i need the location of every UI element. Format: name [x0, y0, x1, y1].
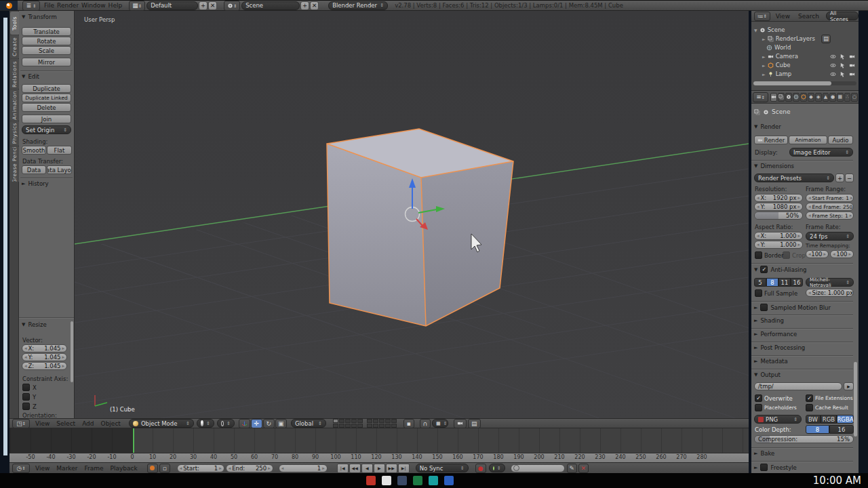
autokey-record-icon[interactable]	[147, 464, 158, 473]
manipulator-toggle-icon[interactable]	[239, 419, 250, 428]
previous-keyframe-button[interactable]: ◀◀	[349, 464, 361, 473]
cache-result-row[interactable]: Cache Result	[806, 404, 848, 411]
render-presets-select[interactable]: Render Presets⇕	[754, 174, 834, 182]
editor-type-outliner-icon[interactable]: ≔⇕	[754, 12, 770, 21]
tab-physics[interactable]: Physics	[10, 121, 19, 146]
layer-toggle[interactable]	[333, 424, 338, 428]
properties-scrollbar[interactable]	[854, 362, 857, 436]
tab-object-data[interactable]: ▲	[823, 93, 829, 102]
cube-object[interactable]	[327, 129, 513, 326]
current-frame-indicator[interactable]	[133, 428, 134, 453]
taskbar-app-icon-white[interactable]	[382, 476, 391, 485]
snap-magnet-icon[interactable]: ∩	[420, 419, 431, 428]
tab-object[interactable]	[800, 93, 807, 102]
constraint-x-checkbox[interactable]	[22, 384, 30, 391]
menu-render[interactable]: Render	[56, 0, 80, 11]
timeline-tracks[interactable]	[9, 428, 749, 453]
selectability-cursor-icon[interactable]	[840, 71, 846, 77]
search-filter-input[interactable]	[511, 464, 565, 472]
layer-toggle[interactable]	[351, 424, 357, 428]
freestyle-checkbox[interactable]	[760, 464, 768, 471]
delete-scene-button[interactable]: ✕	[310, 1, 319, 10]
layer-toggle[interactable]	[351, 419, 357, 423]
opengl-render-anim-icon[interactable]: ▤	[468, 419, 481, 428]
snap-element-select[interactable]: ▦⇕	[432, 419, 448, 428]
layer-toggle[interactable]	[339, 424, 344, 428]
layer-toggle[interactable]	[367, 424, 372, 428]
timeline-frame-menu[interactable]: Frame	[83, 463, 104, 474]
aa-samples-8[interactable]: 8	[766, 278, 778, 287]
border-checkbox[interactable]	[755, 251, 762, 259]
outliner-filter-select[interactable]: All Scenes	[826, 12, 859, 20]
join-button[interactable]: Join	[22, 115, 71, 123]
edit-filter-icon[interactable]: ✎	[567, 464, 577, 473]
data-button[interactable]: Data	[22, 165, 46, 174]
menu-file[interactable]: File	[43, 0, 56, 11]
editor-type-timeline-icon[interactable]: ◷⇕	[12, 464, 30, 473]
channels-bw-button[interactable]: BW	[806, 415, 821, 424]
pivot-select[interactable]: ⇕	[217, 419, 235, 428]
viewport-shading-select[interactable]: ⇕	[197, 419, 214, 428]
transform-orientation-select[interactable]: Global⇕	[291, 419, 326, 428]
keying-set-select[interactable]: ⇕	[489, 464, 505, 472]
layer-toggle[interactable]	[379, 424, 384, 428]
layer-toggle[interactable]	[339, 419, 344, 423]
render-animation-button[interactable]: Animation	[789, 136, 827, 144]
remap-old-field[interactable]: ◂100▸	[806, 250, 829, 258]
aa-samples-11[interactable]: 11	[778, 278, 791, 287]
outliner-item-camera[interactable]: ►Camera	[762, 52, 798, 60]
antialiasing-checkbox[interactable]: ✓	[760, 266, 768, 273]
tab-render-layers[interactable]	[778, 93, 785, 102]
tab-grease-pencil[interactable]: Grease Pencil	[10, 146, 19, 182]
jump-to-start-button[interactable]: |◀	[337, 464, 349, 473]
select-menu[interactable]: Select	[55, 418, 77, 429]
color-depth-16-button[interactable]: 16	[829, 425, 854, 434]
layer-toggle[interactable]	[357, 424, 363, 428]
cache-result-checkbox[interactable]	[806, 404, 813, 411]
timeline-view-menu[interactable]: View	[34, 463, 51, 474]
duplicate-button[interactable]: Duplicate	[22, 84, 71, 93]
outliner-item-lamp[interactable]: ►Lamp	[762, 70, 791, 78]
tab-render[interactable]	[770, 93, 777, 102]
layer-toggle[interactable]	[379, 419, 384, 423]
outliner-hscrollbar[interactable]	[753, 81, 856, 85]
translate-manipulator-icon[interactable]: ✛	[251, 419, 262, 428]
layer-toggle[interactable]	[385, 424, 391, 428]
display-mode-select[interactable]: Image Editor⇕	[789, 148, 853, 157]
panel-resize-header[interactable]: ▼Resize	[22, 321, 47, 328]
outliner-item-scene[interactable]: ▼Scene	[754, 26, 785, 34]
tab-world[interactable]	[793, 93, 800, 102]
jump-to-end-button[interactable]: ▶|	[398, 464, 410, 473]
taskbar-app-icon-red[interactable]	[366, 476, 376, 485]
record-button[interactable]: ●	[475, 464, 486, 473]
timeline-ruler[interactable]: -50-40-30-20-100102030405060708090100110…	[9, 453, 749, 463]
visibility-eye-icon[interactable]	[830, 54, 836, 60]
outliner-search-menu[interactable]: Search	[797, 11, 821, 22]
border-row[interactable]: Border	[755, 251, 784, 259]
next-keyframe-button[interactable]: ▶▶	[386, 464, 397, 473]
screen-layout-select[interactable]: Default	[146, 1, 198, 10]
layer-toggle[interactable]	[345, 419, 351, 423]
add-menu[interactable]: Add	[81, 418, 95, 429]
file-extensions-row[interactable]: ✓File Extensions	[806, 394, 853, 402]
tab-create[interactable]: Create	[10, 35, 19, 58]
shade-smooth-button[interactable]: Smooth	[22, 146, 46, 155]
scale-manipulator-icon[interactable]: ▣	[275, 419, 287, 428]
file-extensions-checkbox[interactable]: ✓	[806, 394, 813, 402]
tab-scene[interactable]	[785, 93, 792, 102]
vector-y-field[interactable]: ◂Y:1.045▸	[22, 353, 67, 361]
visibility-eye-icon[interactable]	[830, 71, 836, 77]
taskbar-app-icon-teal[interactable]	[429, 476, 438, 485]
data-layout-button[interactable]: Data Layout	[47, 165, 72, 174]
menu-window[interactable]: Window	[80, 0, 107, 11]
full-sample-row[interactable]: Full Sample	[755, 289, 797, 297]
translate-button[interactable]: Translate	[22, 27, 71, 36]
aa-samples-16[interactable]: 16	[791, 278, 803, 287]
motion-blur-checkbox[interactable]	[760, 304, 768, 311]
panel-dimensions-header[interactable]: ▼Dimensions	[754, 163, 794, 169]
aa-samples-5[interactable]: 5	[754, 278, 766, 287]
tab-relations[interactable]: Relations	[10, 59, 19, 89]
clear-filter-icon[interactable]: ✕	[578, 464, 589, 473]
crop-checkbox[interactable]	[783, 251, 790, 259]
file-format-select[interactable]: PNG⇕	[754, 415, 802, 424]
